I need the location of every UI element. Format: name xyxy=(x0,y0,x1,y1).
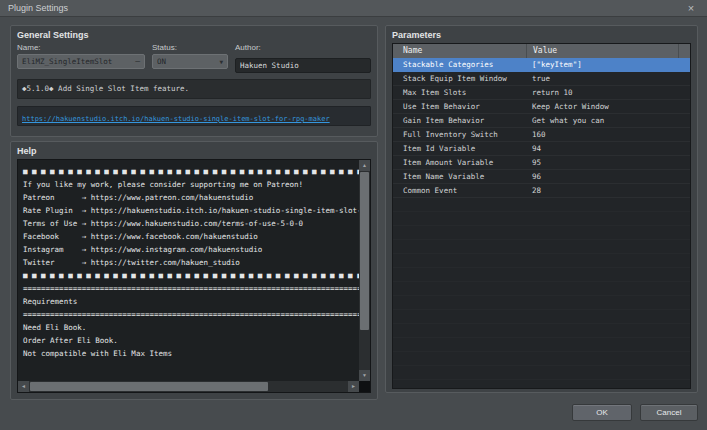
author-label: Author: xyxy=(235,43,371,52)
param-value-cell: true xyxy=(526,72,690,85)
plugin-link-box: https://hakuenstudio.itch.io/hakuen-stud… xyxy=(17,106,371,126)
table-row[interactable]: Stackable Categories["keyItem"] xyxy=(393,58,690,72)
vertical-scroll-thumb[interactable] xyxy=(360,172,369,330)
param-value-cell: 95 xyxy=(526,156,690,169)
plugin-name-select[interactable]: EliMZ_SingleItemSlot — xyxy=(17,54,145,69)
status-value: ON xyxy=(157,57,219,66)
param-name-cell: Item Amount Variable xyxy=(393,156,526,169)
table-row[interactable]: Item Id Variable94 xyxy=(393,142,690,156)
help-line: Patreon → https://www.patreon.com/hakuen… xyxy=(23,191,359,204)
table-row[interactable]: Item Name Variable96 xyxy=(393,170,690,184)
author-input[interactable] xyxy=(235,58,371,73)
table-row[interactable]: Full Inventory Switch160 xyxy=(393,128,690,142)
ok-button[interactable]: OK xyxy=(572,404,632,421)
column-header-spacer xyxy=(678,44,690,58)
params-table-filler xyxy=(393,198,690,388)
help-line: Requirements xyxy=(23,295,359,308)
table-row[interactable]: Use Item BehaviorKeep Actor Window xyxy=(393,100,690,114)
chevron-down-icon: ▼ xyxy=(219,58,223,65)
params-table-header: Name Value xyxy=(393,44,690,58)
help-line: ■ ■ ■ ■ ■ ■ ■ ■ ■ ■ ■ ■ ■ ■ ■ ■ ■ ■ ■ ■ … xyxy=(23,165,359,178)
table-row[interactable]: Item Amount Variable95 xyxy=(393,156,690,170)
param-name-cell: Stackable Categories xyxy=(393,58,526,71)
param-name-cell: Gain Item Behavior xyxy=(393,114,526,127)
param-value-cell: ["keyItem"] xyxy=(526,58,690,71)
scroll-down-icon[interactable]: ▼ xyxy=(359,370,370,381)
help-vertical-scrollbar[interactable]: ▲ ▼ xyxy=(359,160,370,381)
param-value-cell: 96 xyxy=(526,170,690,183)
param-name-cell: Item Name Variable xyxy=(393,170,526,183)
table-row[interactable]: Gain Item BehaviorGet what you can xyxy=(393,114,690,128)
help-line: ■ ■ ■ ■ ■ ■ ■ ■ ■ ■ ■ ■ ■ ■ ■ ■ ■ ■ ■ ■ … xyxy=(23,269,359,282)
params-table[interactable]: Name Value Stackable Categories["keyItem… xyxy=(392,43,691,389)
help-line: ========================================… xyxy=(23,282,359,295)
help-line: Not compatible with Eli Max Items xyxy=(23,347,359,360)
help-text-area[interactable]: ■ ■ ■ ■ ■ ■ ■ ■ ■ ■ ■ ■ ■ ■ ■ ■ ■ ■ ■ ■ … xyxy=(17,159,371,393)
help-horizontal-scrollbar[interactable]: ◄ ► xyxy=(18,381,359,392)
help-line: Twitter → https://twitter.com/hakuen_stu… xyxy=(23,256,359,269)
param-name-cell: Item Id Variable xyxy=(393,142,526,155)
column-header-value: Value xyxy=(526,44,678,58)
scrollbar-corner xyxy=(359,381,370,392)
horizontal-scroll-thumb[interactable] xyxy=(30,382,268,391)
param-name-cell: Common Event xyxy=(393,184,526,197)
combo-dash-icon: — xyxy=(135,57,140,66)
params-rows: Stackable Categories["keyItem"]Stack Equ… xyxy=(393,58,690,198)
column-header-name: Name xyxy=(393,44,526,58)
status-select[interactable]: ON ▼ xyxy=(152,54,228,69)
help-line: Need Eli Book. xyxy=(23,321,359,334)
status-label: Status: xyxy=(152,43,228,52)
table-row[interactable]: Common Event28 xyxy=(393,184,690,198)
help-line: ========================================… xyxy=(23,308,359,321)
param-value-cell: 28 xyxy=(526,184,690,197)
help-line: Rate Plugin → https://hakuenstudio.itch.… xyxy=(23,204,359,217)
titlebar[interactable]: Plugin Settings × xyxy=(0,0,707,17)
param-name-cell: Use Item Behavior xyxy=(393,100,526,113)
scroll-up-icon[interactable]: ▲ xyxy=(359,160,370,171)
param-value-cell: Get what you can xyxy=(526,114,690,127)
help-line: Facebook → https://www.facebook.com/haku… xyxy=(23,230,359,243)
help-line: Terms of Use → https://www.hakuenstudio.… xyxy=(23,217,359,230)
cancel-button[interactable]: Cancel xyxy=(640,404,698,421)
name-label: Name: xyxy=(17,43,145,52)
plugin-description: ◆5.1.0◆ Add Single Slot Item feature. xyxy=(17,79,371,99)
window-title: Plugin Settings xyxy=(0,3,68,13)
close-icon[interactable]: × xyxy=(683,0,699,16)
plugin-name-value: EliMZ_SingleItemSlot xyxy=(22,57,135,66)
param-value-cell: Keep Actor Window xyxy=(526,100,690,113)
param-name-cell: Full Inventory Switch xyxy=(393,128,526,141)
plugin-settings-dialog: Plugin Settings × General Settings Name:… xyxy=(0,0,707,430)
param-value-cell: 94 xyxy=(526,142,690,155)
help-group: Help ■ ■ ■ ■ ■ ■ ■ ■ ■ ■ ■ ■ ■ ■ ■ ■ ■ ■… xyxy=(10,141,378,400)
param-value-cell: 160 xyxy=(526,128,690,141)
parameters-title: Parameters xyxy=(392,30,691,40)
help-line: Order After Eli Book. xyxy=(23,334,359,347)
general-settings-group: General Settings Name: EliMZ_SingleItemS… xyxy=(10,25,378,137)
param-name-cell: Stack Equip Item Window xyxy=(393,72,526,85)
param-value-cell: return 10 xyxy=(526,86,690,99)
help-title: Help xyxy=(17,146,371,156)
scroll-left-icon[interactable]: ◄ xyxy=(18,381,29,392)
general-settings-title: General Settings xyxy=(17,30,371,40)
plugin-link[interactable]: https://hakuenstudio.itch.io/hakuen-stud… xyxy=(22,115,330,123)
parameters-group: Parameters Name Value Stackable Categori… xyxy=(385,25,698,393)
param-name-cell: Max Item Slots xyxy=(393,86,526,99)
table-row[interactable]: Max Item Slotsreturn 10 xyxy=(393,86,690,100)
help-line: If you like my work, please consider sup… xyxy=(23,178,359,191)
help-line: Instagram → https://www.instagram.com/ha… xyxy=(23,243,359,256)
scroll-right-icon[interactable]: ► xyxy=(348,381,359,392)
table-row[interactable]: Stack Equip Item Windowtrue xyxy=(393,72,690,86)
help-text: ■ ■ ■ ■ ■ ■ ■ ■ ■ ■ ■ ■ ■ ■ ■ ■ ■ ■ ■ ■ … xyxy=(18,160,359,381)
